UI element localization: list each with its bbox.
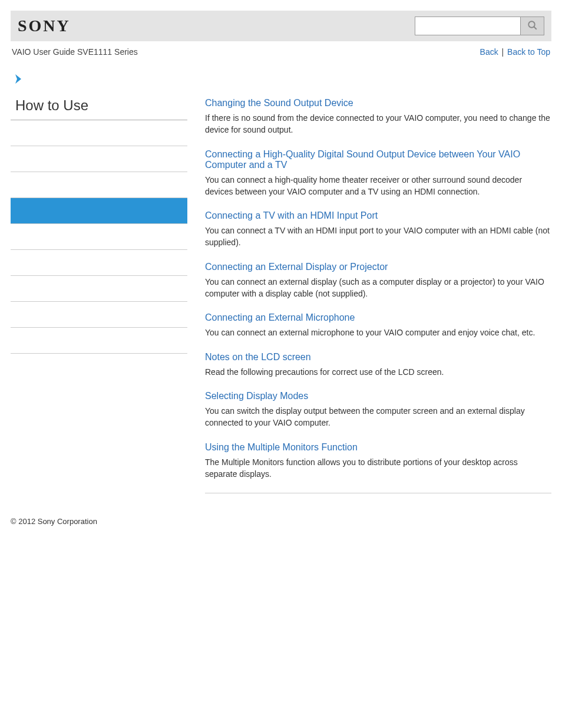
topic-description: You can connect an external display (suc… — [205, 276, 551, 300]
sidebar-item[interactable] — [11, 276, 187, 302]
topic-title-link[interactable]: Connecting a TV with an HDMI Input Port — [205, 210, 551, 221]
topic: Changing the Sound Output DeviceIf there… — [205, 98, 551, 136]
search-icon — [527, 20, 538, 32]
logo: SONY — [18, 17, 71, 35]
topic: Connecting an External Display or Projec… — [205, 262, 551, 300]
sidebar-item[interactable] — [11, 172, 187, 198]
sidebar-list — [11, 120, 187, 354]
chevron-right-icon — [11, 74, 187, 85]
topic-description: You can switch the display output betwee… — [205, 405, 551, 429]
search-wrap — [415, 17, 544, 35]
topic: Connecting a TV with an HDMI Input PortY… — [205, 210, 551, 249]
topic: Connecting an External MicrophoneYou can… — [205, 312, 551, 338]
sidebar-item[interactable] — [11, 146, 187, 172]
topic-title-link[interactable]: Changing the Sound Output Device — [205, 98, 551, 108]
topic: Connecting a High-Quality Digital Sound … — [205, 149, 551, 198]
sidebar-item[interactable] — [11, 120, 187, 146]
topic-description: You can connect an external microphone t… — [205, 327, 551, 338]
header-bar: SONY — [11, 11, 551, 41]
sidebar-item[interactable] — [11, 198, 187, 224]
main-content: Changing the Sound Output DeviceIf there… — [205, 74, 551, 493]
topic: Selecting Display ModesYou can switch th… — [205, 391, 551, 429]
topic-title-link[interactable]: Selecting Display Modes — [205, 391, 551, 401]
svg-point-0 — [528, 21, 535, 28]
sidebar-item[interactable] — [11, 302, 187, 328]
guide-title: VAIO User Guide SVE1111 Series — [12, 47, 138, 57]
topic-description: If there is no sound from the device con… — [205, 112, 551, 136]
topic-description: The Multiple Monitors function allows yo… — [205, 456, 551, 480]
svg-line-1 — [534, 27, 537, 29]
topic-description: Read the following precautions for corre… — [205, 366, 551, 378]
sidebar-item[interactable] — [11, 250, 187, 276]
topic-description: You can connect a TV with an HDMI input … — [205, 225, 551, 249]
search-input[interactable] — [415, 17, 521, 35]
topic: Using the Multiple Monitors FunctionThe … — [205, 442, 551, 480]
topic-title-link[interactable]: Using the Multiple Monitors Function — [205, 442, 551, 453]
sidebar: How to Use — [11, 74, 187, 493]
topic-title-link[interactable]: Connecting a High-Quality Digital Sound … — [205, 149, 551, 170]
topic-title-link[interactable]: Notes on the LCD screen — [205, 352, 551, 363]
subheader: VAIO User Guide SVE1111 Series Back | Ba… — [11, 47, 551, 57]
search-button[interactable] — [521, 17, 544, 35]
back-link[interactable]: Back — [480, 47, 498, 57]
footer-copyright: © 2012 Sony Corporation — [11, 517, 551, 526]
sidebar-item[interactable] — [11, 224, 187, 250]
topic-description: You can connect a high-quality home thea… — [205, 174, 551, 198]
topic-title-link[interactable]: Connecting an External Microphone — [205, 312, 551, 323]
sidebar-title: How to Use — [11, 97, 187, 120]
sidebar-item[interactable] — [11, 328, 187, 354]
topic: Notes on the LCD screenRead the followin… — [205, 352, 551, 378]
topic-title-link[interactable]: Connecting an External Display or Projec… — [205, 262, 551, 272]
top-links: Back | Back to Top — [480, 47, 550, 57]
back-to-top-link[interactable]: Back to Top — [507, 47, 550, 57]
content-divider — [205, 493, 551, 493]
link-separator: | — [502, 47, 507, 57]
